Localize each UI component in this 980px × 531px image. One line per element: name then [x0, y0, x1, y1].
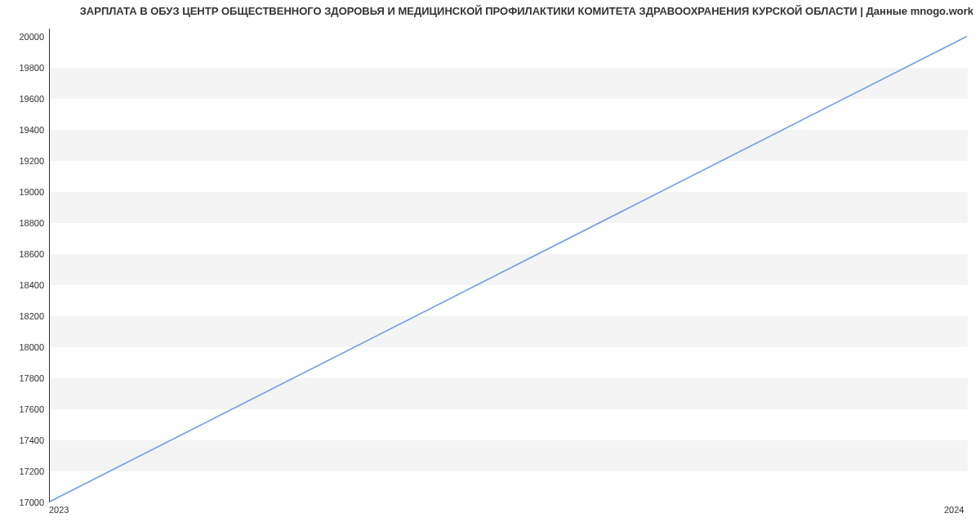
x-tick-label: 2023 — [49, 505, 69, 515]
y-tick-label: 18200 — [3, 311, 44, 321]
y-tick-label: 18000 — [3, 342, 44, 352]
y-tick-label: 19400 — [3, 125, 44, 135]
y-tick-label: 17800 — [3, 373, 44, 383]
chart-title: ЗАРПЛАТА В ОБУЗ ЦЕНТР ОБЩЕСТВЕННОГО ЗДОР… — [0, 5, 973, 17]
x-tick-label: 2024 — [944, 505, 964, 515]
y-tick-label: 17600 — [3, 404, 44, 414]
chart-container: ЗАРПЛАТА В ОБУЗ ЦЕНТР ОБЩЕСТВЕННОГО ЗДОР… — [0, 0, 980, 531]
y-tick-label: 17400 — [3, 435, 44, 445]
y-tick-label: 18400 — [3, 280, 44, 290]
y-tick-label: 18800 — [3, 218, 44, 228]
y-tick-label: 17200 — [3, 466, 44, 476]
y-tick-label: 19000 — [3, 187, 44, 197]
y-tick-label: 19600 — [3, 94, 44, 104]
y-tick-label: 19200 — [3, 156, 44, 166]
plot-area — [49, 29, 968, 502]
y-tick-label: 19800 — [3, 63, 44, 73]
y-tick-label: 17000 — [3, 498, 44, 507]
y-tick-label: 20000 — [3, 32, 44, 42]
data-line — [50, 36, 967, 502]
y-tick-label: 18600 — [3, 249, 44, 259]
line-layer — [50, 29, 968, 502]
